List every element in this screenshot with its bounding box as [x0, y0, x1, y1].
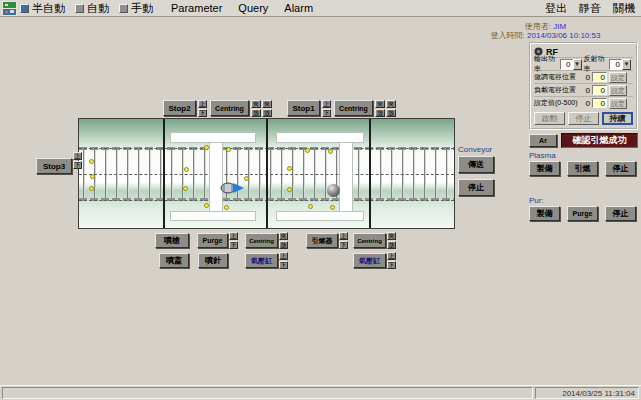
sensor-dot: [204, 145, 209, 150]
chevron-down-icon[interactable]: ▼: [622, 59, 631, 70]
rf-forward-power-select[interactable]: 0 ▼: [560, 59, 582, 70]
stop1-up-button[interactable]: 上: [322, 100, 331, 108]
zone-divider: [163, 119, 165, 228]
cylinder-right-jog-stack: 上 下: [387, 252, 396, 269]
release-button[interactable]: 放: [386, 109, 396, 117]
ar-button[interactable]: Ar: [529, 134, 557, 147]
rf-tune-cap-input[interactable]: 0: [592, 72, 607, 82]
clamp-button[interactable]: 夾: [375, 100, 385, 108]
clamp-button[interactable]: 夾: [251, 100, 261, 108]
mode-manual[interactable]: 手動: [119, 1, 153, 16]
cylinder-down-button[interactable]: 下: [387, 261, 396, 269]
purge-button[interactable]: Purge: [197, 233, 228, 248]
stop2-down-button[interactable]: 下: [198, 109, 207, 117]
purge-up-button[interactable]: 上: [229, 232, 238, 240]
session-user-line: 使用者: JIM: [468, 22, 623, 31]
purge-jog-stack: 上 下: [229, 232, 238, 249]
pur-stop-button[interactable]: 停止: [605, 206, 636, 221]
conveyor-stop-button[interactable]: 停止: [458, 179, 494, 196]
menu-logout[interactable]: 登出: [539, 0, 573, 17]
clamp-button[interactable]: 夾: [262, 100, 272, 108]
cylinder-right-button[interactable]: 氣壓缸: [353, 253, 386, 268]
sensor-dot: [287, 187, 292, 192]
stop1-down-button[interactable]: 下: [322, 109, 331, 117]
stop3-down-button[interactable]: 下: [73, 161, 82, 169]
stop3-button[interactable]: Stop3: [36, 158, 72, 174]
rf-load-cap-label: 負載電容位置: [534, 85, 578, 95]
chevron-down-icon[interactable]: ▼: [573, 59, 582, 70]
session-login-line: 登入時間: 2014/03/06 10:10:53: [468, 31, 623, 40]
rf-setpoint-set-button[interactable]: 設定: [609, 98, 627, 109]
conveyor-run-button[interactable]: 傳送: [458, 156, 494, 173]
sensor-dot: [89, 159, 94, 164]
menu-parameter[interactable]: Parameter: [163, 1, 230, 15]
igniter-jog-stack: 上 下: [339, 232, 348, 249]
rf-continuous-button[interactable]: 持續: [602, 112, 633, 125]
rf-reflect-power-select[interactable]: 0 ▼: [609, 59, 631, 70]
rf-panel: RF 輸出功率 0 ▼ 反射功率 0 ▼ 微調電容位置 0 0 設定 負載電容位…: [529, 42, 638, 130]
cylinder-up-button[interactable]: 上: [387, 252, 396, 260]
zone-divider: [266, 119, 268, 228]
pur-prepare-button[interactable]: 製備: [529, 206, 560, 221]
menu-shutdown[interactable]: 關機: [607, 0, 641, 17]
cylinder-left-button[interactable]: 氣壓缸: [245, 253, 278, 268]
mode-auto-indicator-icon: [75, 4, 84, 13]
igniter-button[interactable]: 引燃器: [306, 233, 338, 248]
plasma-section-label: Plasma: [529, 151, 556, 160]
rf-setpoint-input[interactable]: 0: [592, 98, 607, 108]
stop1-button[interactable]: Stop1: [287, 100, 320, 116]
clamp-button[interactable]: 夾: [387, 232, 396, 240]
rf-power-row: 輸出功率 0 ▼ 反射功率 0 ▼: [534, 57, 633, 70]
centring-left-button[interactable]: Centring: [210, 100, 249, 116]
mode-manual-label: 手動: [131, 1, 153, 16]
release-button[interactable]: 放: [251, 109, 261, 117]
zone-divider: [369, 119, 371, 228]
status-clock: 2014/03/25 11:31:04: [535, 387, 639, 399]
pur-purge-button[interactable]: Purge: [567, 206, 598, 221]
cylinder-down-button[interactable]: 下: [279, 261, 288, 269]
pur-section-label: Pur:: [529, 196, 544, 205]
release-button[interactable]: 放: [387, 241, 396, 249]
spray-cover-button[interactable]: 噴蓋: [159, 253, 189, 268]
menu-mute[interactable]: 靜音: [573, 0, 607, 17]
status-bar: 2014/03/25 11:31:04: [0, 385, 641, 400]
purge-down-button[interactable]: 下: [229, 241, 238, 249]
release-button[interactable]: 放: [375, 109, 385, 117]
gantry-bottom-beam: [170, 211, 256, 221]
app-logo-icon: [2, 1, 17, 16]
stop2-button[interactable]: Stop2: [163, 100, 196, 116]
spray-needle-button[interactable]: 噴針: [198, 253, 228, 268]
rf-start-button[interactable]: 啟動: [534, 112, 565, 125]
menu-query[interactable]: Query: [230, 1, 276, 15]
gantry-top-beam: [276, 132, 364, 143]
sensor-dot: [89, 186, 94, 191]
spray-gun-graphic: [220, 181, 246, 195]
rf-load-cap-set-button[interactable]: 設定: [609, 85, 627, 96]
menu-alarm[interactable]: Alarm: [276, 1, 321, 15]
release-button[interactable]: 放: [279, 241, 288, 249]
clamp-button[interactable]: 夾: [279, 232, 288, 240]
sensor-dot: [204, 203, 209, 208]
sensor-dot: [224, 205, 229, 210]
mode-semi-auto[interactable]: 半自動: [20, 1, 65, 16]
clamp-button[interactable]: 夾: [386, 100, 396, 108]
plasma-ignite-button[interactable]: 引燃: [567, 161, 598, 176]
stop3-up-button[interactable]: 上: [73, 152, 82, 160]
rf-load-cap-value: 0: [578, 86, 592, 95]
centring-bottom-left-button[interactable]: Centring: [245, 233, 278, 248]
cylinder-up-button[interactable]: 上: [279, 252, 288, 260]
centring-right-button[interactable]: Centring: [334, 100, 373, 116]
rf-load-cap-input[interactable]: 0: [592, 85, 607, 95]
centring-bottom-right-button[interactable]: Centring: [353, 233, 386, 248]
rf-button-row: 啟動 停止 持續: [534, 112, 633, 125]
rf-tune-cap-set-button[interactable]: 設定: [609, 72, 627, 83]
igniter-up-button[interactable]: 上: [339, 232, 348, 240]
release-button[interactable]: 放: [262, 109, 272, 117]
plasma-stop-button[interactable]: 停止: [605, 161, 636, 176]
plasma-prepare-button[interactable]: 製備: [529, 161, 560, 176]
rf-stop-button[interactable]: 停止: [568, 112, 599, 125]
mode-auto[interactable]: 自動: [75, 1, 109, 16]
spray-gun-button[interactable]: 噴槍: [155, 233, 189, 248]
igniter-down-button[interactable]: 下: [339, 241, 348, 249]
stop2-up-button[interactable]: 上: [198, 100, 207, 108]
